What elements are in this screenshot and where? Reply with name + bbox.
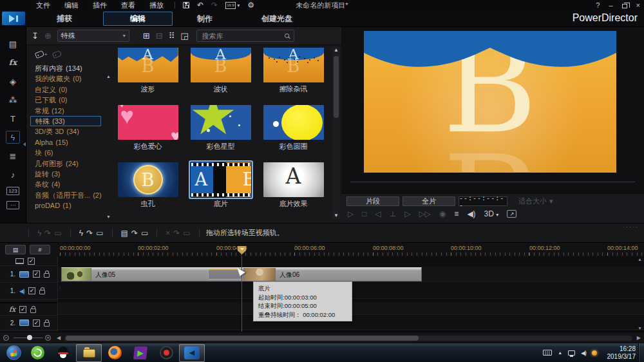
scroll-down-icon[interactable]: ▼	[638, 326, 642, 330]
undo-icon[interactable]: ↶	[197, 1, 204, 10]
new-folder-icon[interactable]: ⊞	[143, 31, 150, 41]
volume-icon[interactable]: ◀)	[467, 209, 475, 218]
menu-file[interactable]: 文件	[29, 0, 57, 10]
menu-view[interactable]: 查看	[114, 0, 142, 10]
category-item[interactable]: Alpha(15)	[30, 137, 111, 148]
apply-random-to-all-button[interactable]: ▤↷▭	[121, 229, 149, 238]
search-input[interactable]	[200, 32, 285, 41]
volume-icon[interactable]: ◀)	[581, 350, 586, 356]
aspect-ratio-selector[interactable]: 16:9 ▾	[225, 2, 240, 9]
minimize-button[interactable]: –	[609, 1, 612, 9]
seek-bar[interactable]	[350, 182, 635, 182]
category-item[interactable]: 条纹(4)	[30, 179, 111, 189]
lock-icon[interactable]	[30, 309, 36, 313]
transition-item-selected[interactable]: AB 底片	[188, 162, 254, 207]
category-item[interactable]: 已下载(0)	[30, 95, 111, 105]
track-manager-button[interactable]: ▤	[5, 245, 26, 254]
grid-view-icon[interactable]: ⠿	[169, 31, 175, 41]
zoom-in-button[interactable]: +	[45, 335, 51, 341]
voiceover-room-icon[interactable]: ♪	[6, 168, 20, 181]
enable-checkbox[interactable]: ✓	[33, 319, 40, 327]
media-room-icon[interactable]: ▤	[6, 37, 20, 50]
fit-view-icon[interactable]: ◲	[180, 31, 188, 41]
lock-icon[interactable]	[39, 290, 45, 294]
download-icon[interactable]: ⊕	[44, 31, 52, 41]
transition-item[interactable]: B 虫孔	[115, 162, 181, 207]
timecode-display[interactable]: --:--:--:--	[459, 196, 507, 206]
enable-checkbox[interactable]: ✓	[19, 306, 26, 313]
category-item[interactable]: 音频（适用于音...(2)	[30, 190, 111, 200]
horizontal-scrollbar[interactable]	[64, 336, 632, 341]
range-select-button[interactable]: #	[30, 245, 50, 254]
previous-frame-icon[interactable]: ◁	[375, 209, 381, 218]
tab-produce[interactable]: 制作	[179, 10, 231, 27]
lock-icon[interactable]	[44, 322, 50, 327]
scroll-left-icon[interactable]: ◀	[57, 335, 61, 341]
transition-item[interactable]: ★ 彩色星型	[188, 105, 254, 150]
taskbar-firefox[interactable]	[102, 343, 128, 362]
category-item[interactable]: 常规(12)	[30, 106, 111, 116]
remove-transition-button[interactable]: ×↷▭	[166, 229, 190, 238]
apply-to-all-clips-button[interactable]: ϟ↷▭	[79, 229, 104, 238]
category-item[interactable]: 几何图形(24)	[30, 158, 111, 169]
restore-button[interactable]	[622, 4, 627, 8]
taskbar-browser-360[interactable]	[24, 343, 50, 362]
show-desktop-button[interactable]	[638, 343, 644, 362]
title-room-icon[interactable]: T	[6, 112, 20, 125]
category-item[interactable]: proDAD(1)	[30, 200, 111, 211]
enable-checkbox[interactable]: ✓	[28, 258, 35, 265]
lock-icon[interactable]	[44, 273, 50, 278]
notification-icon[interactable]	[592, 350, 597, 356]
fit-size-dropdown[interactable]: 适合大小 ▾	[518, 196, 553, 206]
transition-room-icon[interactable]: ϟ	[6, 131, 20, 144]
enable-checkbox[interactable]: ✓	[33, 271, 40, 278]
tab-create-disc[interactable]: 创建光盘	[242, 10, 312, 27]
display-options-icon[interactable]: ≡	[454, 209, 459, 218]
category-scrollbar[interactable]: ▲ ▼	[105, 74, 111, 219]
search-icon[interactable]	[285, 33, 289, 38]
transition-item[interactable]: AB 波状	[188, 48, 254, 93]
next-frame-icon[interactable]: ▷	[404, 209, 410, 218]
transition-item[interactable]: AB 擦除杂讯	[261, 48, 327, 93]
scroll-up-icon[interactable]: ▲	[332, 47, 340, 53]
subtitle-room-icon[interactable]: ⋯	[6, 201, 19, 209]
scrollbar-thumb[interactable]	[66, 336, 419, 341]
zoom-out-button[interactable]: −	[3, 335, 9, 341]
play-icon[interactable]: ▷	[348, 209, 354, 218]
tab-capture[interactable]: 捕获	[39, 10, 90, 27]
remove-tag-icon[interactable]	[52, 50, 62, 58]
transition-item[interactable]: 彩色圆圈	[261, 105, 327, 150]
scroll-down-icon[interactable]: ▼	[332, 213, 340, 218]
category-dropdown[interactable]: 特殊 ▾	[57, 30, 129, 42]
close-button[interactable]: ×	[636, 1, 640, 9]
scroll-down-icon[interactable]: ▼	[106, 214, 111, 219]
menu-plugin[interactable]: 插件	[86, 0, 114, 10]
help-button[interactable]: ?	[596, 1, 600, 9]
menu-edit[interactable]: 编辑	[57, 0, 86, 10]
category-item[interactable]: 自定义(0)	[30, 84, 111, 95]
zoom-slider-handle[interactable]	[27, 335, 32, 340]
audio-mixing-room-icon[interactable]: ≣	[6, 149, 20, 162]
import-media-icon[interactable]: ↧	[32, 31, 39, 41]
particle-room-icon[interactable]: ⁂	[6, 93, 20, 106]
taskbar-qq[interactable]	[50, 343, 76, 362]
scroll-right-icon[interactable]: ▶	[637, 335, 641, 341]
save-icon[interactable]	[183, 2, 189, 8]
input-method-icon[interactable]	[543, 350, 552, 356]
taskbar-clock[interactable]: 16:28 2019/3/17	[601, 345, 636, 361]
snapshot-icon[interactable]: ◉	[439, 209, 446, 218]
panel-grip-dots[interactable]: ·····	[623, 224, 639, 230]
move-content-icon[interactable]: ⊟	[156, 31, 163, 41]
taskbar-file-explorer[interactable]	[76, 344, 102, 362]
add-tag-icon[interactable]: +	[35, 50, 44, 58]
scroll-up-icon[interactable]: ▲	[106, 74, 111, 79]
category-item[interactable]: 块(6)	[30, 148, 111, 158]
split-icon[interactable]: ⊥	[390, 209, 396, 218]
fast-forward-icon[interactable]: ▷▷	[419, 209, 430, 218]
menu-play[interactable]: 播放	[142, 0, 171, 10]
3d-toggle[interactable]: 3D ▾	[484, 209, 499, 218]
stop-icon[interactable]: □	[362, 209, 366, 218]
category-item[interactable]: 我的收藏夹(0)	[30, 73, 111, 84]
taskbar-powerdirector[interactable]: ◀	[179, 344, 205, 362]
scroll-up-icon[interactable]: ▲	[638, 257, 642, 262]
